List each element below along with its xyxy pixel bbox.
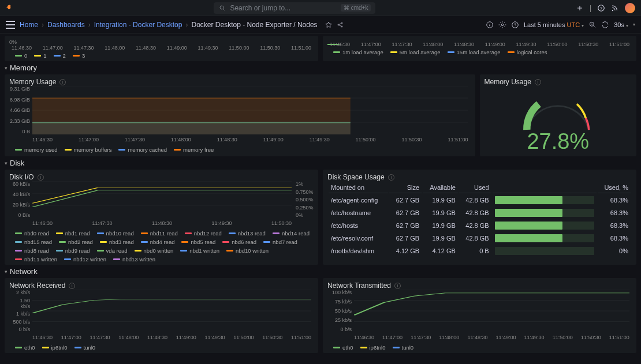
legend-item[interactable]: 0 bbox=[15, 52, 27, 59]
legend-item[interactable]: memory cached bbox=[118, 147, 167, 153]
info-icon[interactable]: i bbox=[69, 283, 75, 289]
legend-item[interactable]: nbd3 read bbox=[100, 239, 134, 245]
table-row[interactable]: /etc/hostname62.7 GB 19.9 GB42.8 GB 68.3… bbox=[329, 207, 631, 219]
chevron-down-icon[interactable]: ▾ bbox=[633, 22, 635, 27]
legend-item[interactable]: 5m load average bbox=[390, 49, 441, 55]
row-disk[interactable]: Disk bbox=[5, 159, 636, 167]
axis-tick: 11:49:00 bbox=[263, 137, 284, 145]
legend-item[interactable]: eth0 bbox=[333, 344, 353, 351]
plus-icon[interactable] bbox=[576, 4, 584, 12]
legend-item[interactable]: vda read bbox=[97, 247, 128, 254]
svg-point-4 bbox=[341, 22, 342, 24]
settings-icon[interactable] bbox=[498, 21, 506, 29]
refresh-interval-button[interactable]: 30s ▾ bbox=[614, 21, 628, 28]
menu-toggle[interactable] bbox=[6, 21, 15, 29]
loadavg-panel-partial[interactable]: 11:46:3011:47:0011:47:3011:48:0011:48:30… bbox=[323, 36, 636, 61]
help-icon[interactable]: ? bbox=[597, 4, 605, 12]
search-placeholder: Search or jump to... bbox=[230, 4, 290, 12]
legend-item[interactable]: nbd7 read bbox=[263, 239, 297, 245]
grafana-logo[interactable] bbox=[6, 4, 14, 12]
axis-tick: 11:50:30 bbox=[260, 45, 280, 51]
disk-io-panel[interactable]: Disk I/O i 60 kB/s40 kB/s20 kB/s0 B/s 1%… bbox=[5, 170, 318, 265]
share-icon[interactable] bbox=[336, 21, 344, 29]
legend-item[interactable]: ip6tnl0 bbox=[42, 344, 68, 351]
net-tx-panel[interactable]: Network Transmitted i 100 kb/s75 kb/s50 … bbox=[323, 278, 636, 353]
table-row[interactable]: /rootfs/dev/shm4.12 GB 4.12 GB0 B 0% bbox=[329, 245, 631, 257]
legend-item[interactable]: tunl0 bbox=[393, 344, 414, 351]
table-row[interactable]: /etc/resolv.conf62.7 GB 19.9 GB42.8 GB 6… bbox=[329, 232, 631, 244]
time-range-button[interactable]: Last 5 minutes UTC ▾ bbox=[524, 21, 584, 28]
axis-tick: 11:46:30 bbox=[32, 335, 53, 343]
legend-item[interactable]: nbd12 read bbox=[185, 230, 222, 237]
row-network[interactable]: Network bbox=[5, 267, 636, 276]
breadcrumb-home[interactable]: Home bbox=[20, 21, 38, 29]
axis-tick: 11:47:00 bbox=[382, 335, 403, 343]
legend-item[interactable]: memory used bbox=[15, 147, 58, 153]
legend-item[interactable]: 15m load average bbox=[448, 49, 501, 55]
news-icon[interactable] bbox=[611, 4, 619, 12]
axis-tick: 11:47:00 bbox=[43, 45, 63, 51]
axis-tick: 1% bbox=[293, 181, 314, 187]
axis-tick: 11:46:30 bbox=[32, 220, 53, 228]
legend-item[interactable]: nbd8 read bbox=[15, 247, 49, 254]
info-icon[interactable]: i bbox=[388, 174, 394, 181]
legend-item[interactable]: nbd15 read bbox=[15, 239, 52, 245]
memory-gauge-panel[interactable]: Memory Usage i 27.8% bbox=[480, 74, 637, 156]
info-icon[interactable]: i bbox=[59, 79, 66, 85]
legend-item[interactable]: nbd1 read bbox=[56, 230, 90, 237]
table-row[interactable]: /etc/agent-config62.7 GB 19.9 GB42.8 GB … bbox=[329, 194, 631, 206]
legend-item[interactable]: logical cores bbox=[508, 49, 547, 55]
legend-item[interactable]: nbd1 written bbox=[180, 247, 219, 254]
row-memory[interactable]: Memory bbox=[5, 63, 636, 72]
legend-item[interactable]: memory buffers bbox=[65, 147, 112, 153]
axis-tick: 11:49:00 bbox=[485, 42, 505, 47]
legend-item[interactable]: nbd4 read bbox=[141, 239, 175, 245]
legend-item[interactable]: 1m load average bbox=[333, 49, 383, 55]
legend-item[interactable]: nbd11 written bbox=[15, 256, 57, 262]
legend-item[interactable]: nbd9 read bbox=[56, 247, 90, 254]
info-icon[interactable]: i bbox=[38, 174, 44, 181]
legend-item[interactable]: nbd11 read bbox=[141, 230, 178, 237]
legend-item[interactable]: tunl0 bbox=[74, 344, 96, 351]
legend-item[interactable]: nbd5 read bbox=[181, 239, 215, 245]
legend-item[interactable]: eth0 bbox=[15, 344, 35, 351]
zoom-out-icon[interactable] bbox=[588, 21, 597, 29]
net-rx-panel[interactable]: Network Received i 2 kb/s1.50 kb/s1 kb/s… bbox=[5, 278, 318, 353]
info-icon[interactable] bbox=[486, 21, 494, 29]
memory-usage-panel[interactable]: Memory Usage i 9.31 GiB6.98 GiB4.66 GiB2… bbox=[5, 74, 475, 156]
disk-space-panel[interactable]: Disk Space Usage i Mounted on Size Avail… bbox=[323, 170, 636, 265]
legend-item[interactable]: 3 bbox=[73, 52, 85, 59]
axis-tick: 0 b/s bbox=[9, 327, 32, 332]
axis-tick: 11:51:00 bbox=[609, 42, 629, 47]
legend-item[interactable]: nbd6 read bbox=[222, 239, 256, 245]
avatar[interactable] bbox=[625, 3, 635, 13]
cpu-panel-partial[interactable]: 0% 11:46:3011:47:0011:47:3011:48:0011:48… bbox=[5, 36, 318, 61]
star-icon[interactable] bbox=[325, 21, 333, 29]
refresh-icon[interactable] bbox=[601, 21, 609, 29]
legend-item[interactable]: ip6tnl0 bbox=[360, 344, 386, 351]
legend-item[interactable]: nbd0 written bbox=[135, 247, 174, 254]
info-icon[interactable]: i bbox=[535, 79, 541, 85]
search-input[interactable]: Search or jump to... ⌘ cmd+k bbox=[214, 2, 375, 14]
svg-text:?: ? bbox=[600, 6, 602, 10]
legend-item[interactable]: 2 bbox=[54, 52, 66, 59]
legend-item[interactable]: nbd13 read bbox=[229, 230, 266, 237]
axis-tick: 500 b/s bbox=[9, 319, 32, 325]
axis-tick: 11:46:30 bbox=[354, 335, 374, 343]
breadcrumb-folder[interactable]: Integration - Docker Desktop bbox=[94, 21, 182, 29]
legend-item[interactable]: nbd14 read bbox=[273, 230, 310, 237]
table-row[interactable]: /etc/hosts62.7 GB 19.9 GB42.8 GB 68.3% bbox=[329, 220, 631, 231]
legend-item[interactable]: memory free bbox=[174, 147, 214, 153]
legend-item[interactable]: nbd10 read bbox=[97, 230, 134, 237]
legend-item[interactable]: nbd0 read bbox=[15, 230, 49, 237]
legend-item[interactable]: nbd2 read bbox=[59, 239, 93, 245]
axis-tick: 11:49:30 bbox=[516, 42, 536, 47]
breadcrumb-dashboards[interactable]: Dashboards bbox=[47, 21, 85, 29]
info-icon[interactable]: i bbox=[394, 283, 401, 289]
svg-point-5 bbox=[341, 26, 342, 27]
legend-item[interactable]: nbd12 written bbox=[64, 256, 106, 262]
axis-tick: 11:48:30 bbox=[454, 42, 474, 47]
legend-item[interactable]: nbd10 written bbox=[226, 247, 269, 254]
legend-item[interactable]: nbd13 written bbox=[113, 256, 155, 262]
legend-item[interactable]: 1 bbox=[34, 52, 46, 59]
